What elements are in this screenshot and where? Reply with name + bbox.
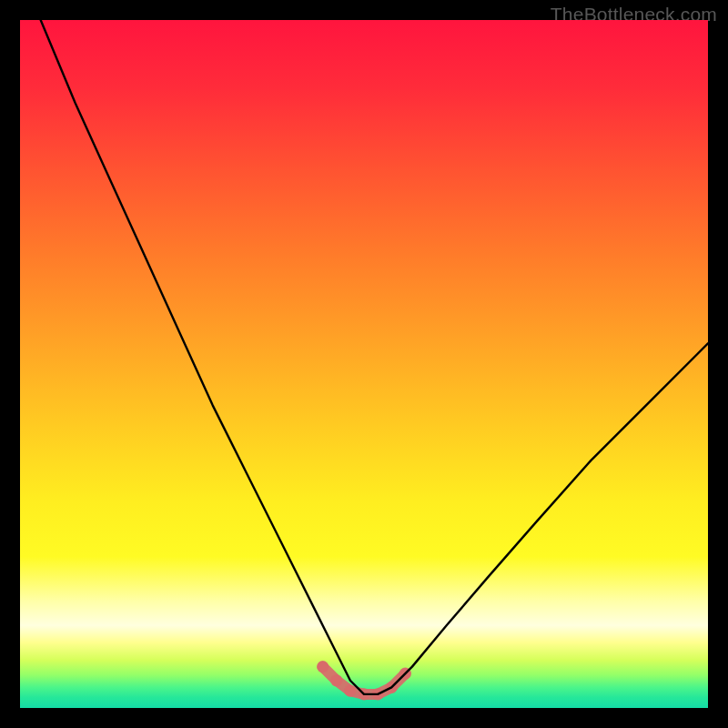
chart-stage: TheBottleneck.com — [0, 0, 728, 728]
valley-dot — [317, 661, 329, 672]
bottleneck-curve — [41, 20, 708, 694]
valley-dot — [330, 674, 342, 686]
valley-dot — [344, 685, 356, 697]
plot-area — [20, 20, 708, 708]
curve-layer — [20, 20, 708, 708]
